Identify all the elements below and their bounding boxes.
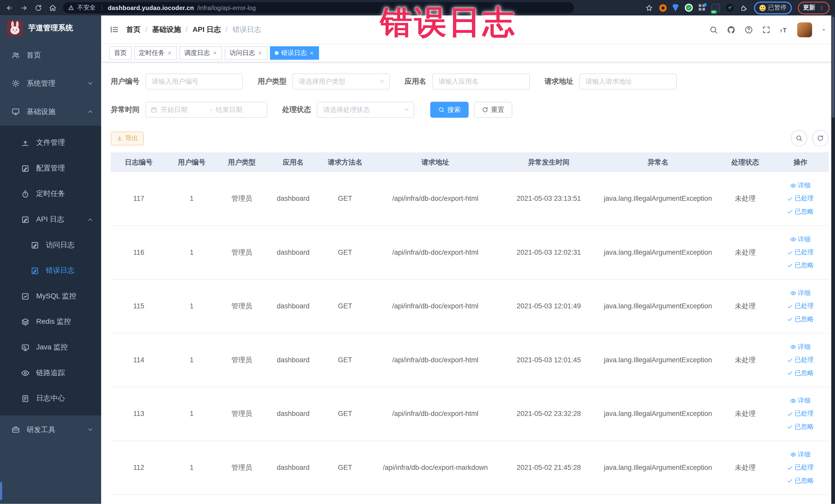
extensions-puzzle-icon[interactable]	[739, 3, 748, 12]
detail-link[interactable]: 详细	[790, 235, 811, 243]
breadcrumb-infra[interactable]: 基础设施	[152, 25, 181, 34]
sidebar-item-file[interactable]: 文件管理	[0, 130, 101, 156]
forward-icon[interactable]	[20, 3, 28, 12]
reload-icon[interactable]	[34, 3, 43, 12]
hamburger-icon[interactable]	[109, 25, 119, 34]
sidebar-item-tracer[interactable]: 链路追踪	[0, 360, 101, 386]
cell-actions: 详细已处理已忽略	[772, 226, 829, 279]
check-icon	[787, 196, 793, 202]
address-divider	[101, 5, 102, 11]
browser-actions: on 已暂停 更新	[645, 1, 830, 14]
ignored-link[interactable]: 已忽略	[787, 261, 814, 269]
tab-调度日志[interactable]: 调度日志	[179, 46, 222, 60]
cell-time: 2021-05-03 23:13:51	[500, 172, 597, 225]
address-bar[interactable]: 不安全 dashboard.yudao.iocoder.cn/infra/log…	[63, 2, 574, 13]
extension-leaf-icon[interactable]	[726, 4, 734, 12]
close-icon[interactable]	[167, 51, 172, 56]
extension-on-icon[interactable]: on	[711, 3, 720, 12]
update-label: 更新	[803, 4, 815, 12]
chevron-down-icon[interactable]	[821, 27, 827, 32]
cell-status: 未处理	[718, 334, 772, 387]
processed-link[interactable]: 已处理	[787, 195, 814, 203]
sidebar-item-redis[interactable]: Redis 监控	[0, 309, 101, 335]
update-button[interactable]: 更新	[798, 1, 830, 14]
sidebar-item-log-center[interactable]: 日志中心	[0, 386, 101, 411]
user-avatar[interactable]	[797, 22, 812, 37]
sidebar-item-mysql[interactable]: MySQL 监控	[0, 283, 101, 309]
processed-link[interactable]: 已处理	[787, 410, 814, 418]
font-size-icon[interactable]: TT	[779, 25, 788, 34]
processed-link[interactable]: 已处理	[787, 302, 814, 310]
ignored-link[interactable]: 已忽略	[787, 208, 814, 216]
breadcrumb-home[interactable]: 首页	[126, 25, 141, 34]
search-icon[interactable]	[709, 25, 718, 34]
users-icon	[12, 51, 21, 59]
fullscreen-icon[interactable]	[762, 25, 771, 34]
export-button[interactable]: 导出	[111, 131, 144, 145]
breadcrumb-api-log[interactable]: API 日志	[192, 25, 221, 34]
extension-v-icon[interactable]	[685, 4, 693, 12]
sidebar-item-dev-tools[interactable]: 研发工具	[0, 416, 101, 444]
sidebar-item-system[interactable]: 系统管理	[0, 69, 101, 98]
processed-link[interactable]: 已处理	[787, 248, 814, 257]
bookmark-star-icon[interactable]	[645, 3, 653, 12]
tab-访问日志[interactable]: 访问日志	[225, 46, 267, 60]
request-url-input[interactable]	[579, 74, 677, 89]
detail-link[interactable]: 详细	[790, 397, 811, 405]
paused-pill[interactable]: 已暂停	[754, 1, 792, 14]
app-name-input[interactable]	[432, 74, 530, 89]
detail-link[interactable]: 详细	[790, 343, 811, 351]
sidebar-item-java[interactable]: Java 监控	[0, 335, 101, 360]
search-button[interactable]: 搜索	[430, 102, 468, 118]
toggle-search-button[interactable]	[791, 130, 807, 146]
sidebar-item-label: Redis 监控	[36, 317, 71, 326]
browser-menu-kebab-icon[interactable]	[819, 5, 824, 11]
check-icon	[787, 478, 793, 484]
ignored-link[interactable]: 已忽略	[787, 369, 814, 377]
sidebar-item-access-log[interactable]: 访问日志	[0, 233, 101, 258]
detail-link[interactable]: 详细	[790, 182, 811, 190]
ignored-link[interactable]: 已忽略	[787, 477, 814, 485]
reset-button[interactable]: 重置	[474, 102, 512, 118]
sidebar-item-api-log[interactable]: API 日志	[0, 207, 101, 233]
refresh-table-button[interactable]	[812, 130, 829, 146]
page-scrollbar[interactable]	[831, 15, 835, 504]
tab-错误日志[interactable]: 错误日志	[270, 46, 319, 60]
home-icon[interactable]	[48, 3, 57, 12]
extension-shield-icon[interactable]	[672, 4, 679, 12]
processed-link[interactable]: 已处理	[787, 463, 814, 472]
tab-定时任务[interactable]: 定时任务	[134, 46, 177, 60]
close-icon[interactable]	[212, 51, 218, 56]
sidebar-item-job[interactable]: 定时任务	[0, 181, 101, 207]
extension-ublock-icon[interactable]	[659, 4, 666, 12]
sidebar-item-home[interactable]: 首页	[0, 41, 101, 69]
check-icon	[787, 357, 793, 363]
extension-grid-icon[interactable]	[698, 4, 705, 11]
processed-link[interactable]: 已处理	[787, 356, 814, 364]
date-range-picker[interactable]: 开始日期 - 结束日期	[145, 102, 267, 118]
tab-首页[interactable]: 首页	[109, 46, 131, 60]
ignored-link[interactable]: 已忽略	[787, 315, 814, 323]
exception-time-label: 异常时间	[111, 105, 140, 115]
cell-user_type: 管理员	[217, 334, 267, 387]
user-id-input[interactable]	[145, 74, 243, 89]
close-icon[interactable]	[258, 51, 263, 56]
user-type-select[interactable]	[292, 74, 390, 89]
check-icon	[787, 209, 793, 215]
detail-link[interactable]: 详细	[790, 289, 811, 297]
sidebar-item-infra[interactable]: 基础设施	[0, 98, 101, 126]
sidebar-scrollbar-thumb[interactable]	[0, 482, 2, 500]
close-icon[interactable]	[309, 51, 314, 56]
sidebar-item-config[interactable]: 配置管理	[0, 156, 101, 181]
paused-label: 已暂停	[768, 4, 787, 12]
scrollbar-thumb[interactable]	[832, 16, 834, 118]
help-icon[interactable]	[745, 25, 753, 34]
detail-link[interactable]: 详细	[790, 450, 811, 459]
doc-icon	[21, 395, 30, 402]
back-icon[interactable]	[5, 3, 14, 12]
app-logo[interactable]: 芋道管理系统	[0, 15, 101, 41]
ignored-link[interactable]: 已忽略	[787, 423, 814, 431]
process-status-select[interactable]	[317, 102, 414, 118]
sidebar-item-error-log[interactable]: 错误日志	[0, 258, 101, 283]
github-icon[interactable]	[727, 25, 735, 34]
